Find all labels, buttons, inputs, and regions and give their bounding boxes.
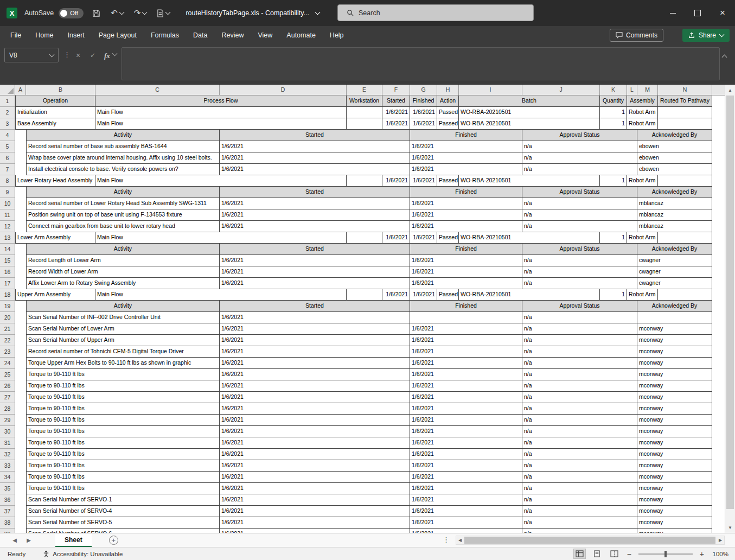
cell-D32[interactable]: 1/6/2021	[220, 449, 410, 460]
cell-E3[interactable]	[347, 118, 382, 130]
cell-D33[interactable]: 1/6/2021	[220, 460, 410, 472]
column-header-K[interactable]: K	[600, 85, 627, 95]
cell-D9[interactable]: Started	[220, 187, 410, 198]
cell-G24[interactable]: 1/6/2021	[410, 358, 522, 369]
row-header-4[interactable]: 4	[0, 130, 15, 141]
cell-D10[interactable]: 1/6/2021	[220, 198, 410, 209]
cell-G3[interactable]: 1/6/2021	[410, 118, 437, 130]
row-header-6[interactable]: 6	[0, 152, 15, 164]
row-header-33[interactable]: 33	[0, 460, 15, 472]
cell-B29[interactable]: Torque to 90-110 ft lbs	[26, 415, 220, 426]
column-header-L[interactable]: L	[627, 85, 637, 95]
name-box[interactable]: V8	[4, 48, 59, 62]
cell-B37[interactable]: Scan Serial Number of SERVO-4	[26, 506, 220, 517]
cell-G28[interactable]: 1/6/2021	[410, 403, 522, 415]
cell-N18[interactable]	[658, 289, 712, 301]
cell-B16[interactable]: Record Width of Lower Arm	[26, 266, 220, 278]
row-header-25[interactable]: 25	[0, 369, 15, 380]
column-header-A[interactable]: A	[15, 85, 26, 95]
cell-J32[interactable]: n/a	[522, 449, 637, 460]
cell-D21[interactable]: 1/6/2021	[220, 323, 410, 335]
row-header-31[interactable]: 31	[0, 437, 15, 449]
menu-tab-insert[interactable]: Insert	[61, 26, 92, 44]
row-header-1[interactable]: 1	[0, 96, 15, 107]
cell-D22[interactable]: 1/6/2021	[220, 335, 410, 346]
column-header-J[interactable]: J	[522, 85, 600, 95]
cell-I8[interactable]: WO-RBA-20210501	[459, 175, 600, 187]
horizontal-scrollbar[interactable]: ◀ ▶	[456, 536, 725, 545]
row-header-14[interactable]: 14	[0, 244, 15, 255]
cell-J28[interactable]: n/a	[522, 403, 637, 415]
cell-N8[interactable]	[658, 175, 712, 187]
cell-M20[interactable]	[637, 312, 712, 323]
row-header-2[interactable]: 2	[0, 107, 15, 118]
cell-G17[interactable]: 1/6/2021	[410, 278, 522, 289]
row-header-12[interactable]: 12	[0, 221, 15, 232]
row-header-34[interactable]: 34	[0, 472, 15, 483]
cell-D24[interactable]: 1/6/2021	[220, 358, 410, 369]
scroll-up-arrow[interactable]: ▲	[725, 85, 735, 95]
cell-F8[interactable]: 1/6/2021	[382, 175, 410, 187]
column-header-G[interactable]: G	[410, 85, 437, 95]
cell-D25[interactable]: 1/6/2021	[220, 369, 410, 380]
cell-G6[interactable]: 1/6/2021	[410, 152, 522, 164]
cell-J16[interactable]: n/a	[522, 266, 637, 278]
cell-G16[interactable]: 1/6/2021	[410, 266, 522, 278]
column-header-H[interactable]: H	[437, 85, 459, 95]
row-header-13[interactable]: 13	[0, 232, 15, 244]
cell-B5[interactable]: Record serial number of base sub assembl…	[26, 141, 220, 152]
cell-B31[interactable]: Torque to 90-110 ft lbs	[26, 437, 220, 449]
cell-M28[interactable]: mconway	[637, 403, 712, 415]
cell-B30[interactable]: Torque to 90-110 ft lbs	[26, 426, 220, 437]
cell-L8[interactable]: Robot Arm	[627, 175, 658, 187]
row-header-30[interactable]: 30	[0, 426, 15, 437]
cell-K18[interactable]: 1	[600, 289, 627, 301]
cell-B27[interactable]: Torque to 90-110 ft lbs	[26, 392, 220, 403]
cell-M24[interactable]: mconway	[637, 358, 712, 369]
cell-D15[interactable]: 1/6/2021	[220, 255, 410, 266]
cell-B10[interactable]: Record serial number of Lower Rotary Hea…	[26, 198, 220, 209]
cell-M17[interactable]: cwagner	[637, 278, 712, 289]
cell-G12[interactable]: 1/6/2021	[410, 221, 522, 232]
menu-tab-help[interactable]: Help	[323, 26, 351, 44]
zoom-slider-thumb[interactable]	[664, 551, 667, 557]
cell-E1[interactable]: Workstation	[347, 96, 382, 107]
cell-B36[interactable]: Scan Serial Number of SERVO-1	[26, 494, 220, 506]
cell-G31[interactable]: 1/6/2021	[410, 437, 522, 449]
cell-G21[interactable]: 1/6/2021	[410, 323, 522, 335]
cell-B9[interactable]: Activity	[26, 187, 220, 198]
cell-B23[interactable]: Record serial number of Tohnichi CEM-5 D…	[26, 346, 220, 358]
cell-H13[interactable]: Passed	[437, 232, 459, 244]
cell-G19[interactable]: Finished	[410, 301, 522, 312]
quick-command-button[interactable]	[155, 8, 171, 18]
cell-G7[interactable]: 1/6/2021	[410, 164, 522, 175]
cell-D35[interactable]: 1/6/2021	[220, 483, 410, 494]
cell-G35[interactable]: 1/6/2021	[410, 483, 522, 494]
menu-tab-data[interactable]: Data	[186, 26, 214, 44]
cell-D4[interactable]: Started	[220, 130, 410, 141]
cell-E8[interactable]	[347, 175, 382, 187]
cell-N2[interactable]	[658, 107, 712, 118]
row-header-27[interactable]: 27	[0, 392, 15, 403]
cell-K3[interactable]: 1	[600, 118, 627, 130]
cell-D7[interactable]: 1/6/2021	[220, 164, 410, 175]
column-header-B[interactable]: B	[26, 85, 95, 95]
cell-D12[interactable]: 1/6/2021	[220, 221, 410, 232]
cell-M21[interactable]: mconway	[637, 323, 712, 335]
cell-G13[interactable]: 1/6/2021	[410, 232, 437, 244]
cell-J25[interactable]: n/a	[522, 369, 637, 380]
cell-B17[interactable]: Affix Lower Arm to Rotary Swing Assembly	[26, 278, 220, 289]
row-header-36[interactable]: 36	[0, 494, 15, 506]
cell-N13[interactable]	[658, 232, 712, 244]
cell-F3[interactable]: 1/6/2021	[382, 118, 410, 130]
cell-J33[interactable]: n/a	[522, 460, 637, 472]
cell-G9[interactable]: Finished	[410, 187, 522, 198]
cell-J36[interactable]: n/a	[522, 494, 637, 506]
cell-F2[interactable]: 1/6/2021	[382, 107, 410, 118]
cell-B12[interactable]: Connect main gearbox from base unit to l…	[26, 221, 220, 232]
cell-D6[interactable]: 1/6/2021	[220, 152, 410, 164]
cell-G1[interactable]: Finished	[410, 96, 437, 107]
zoom-level[interactable]: 100%	[711, 551, 728, 557]
column-header-M[interactable]: M	[637, 85, 658, 95]
cell-J34[interactable]: n/a	[522, 472, 637, 483]
